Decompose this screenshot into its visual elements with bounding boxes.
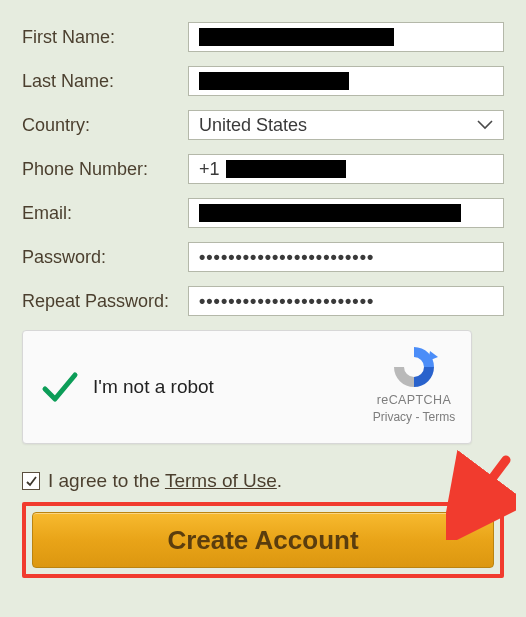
redacted-value <box>199 28 394 46</box>
country-value: United States <box>199 115 307 136</box>
terms-of-use-link[interactable]: Terms of Use <box>165 470 277 491</box>
recaptcha-widget[interactable]: I'm not a robot reCAPTCHA Privacy - Term… <box>22 330 472 444</box>
recaptcha-terms-link[interactable]: Terms <box>423 410 456 424</box>
svg-marker-0 <box>428 351 438 361</box>
redacted-value <box>199 204 461 222</box>
label-phone: Phone Number: <box>22 159 188 180</box>
label-repeat-password: Repeat Password: <box>22 291 188 312</box>
label-email: Email: <box>22 203 188 224</box>
repeat-password-input[interactable]: •••••••••••••••••••••••• <box>188 286 504 316</box>
row-phone: Phone Number: +1 <box>22 154 504 184</box>
agree-text: I agree to the Terms of Use. <box>48 470 282 492</box>
recaptcha-logo-icon <box>390 343 438 391</box>
check-icon <box>25 475 38 488</box>
annotation-highlight: Create Account <box>22 502 504 578</box>
label-last-name: Last Name: <box>22 71 188 92</box>
phone-input[interactable]: +1 <box>188 154 504 184</box>
row-repeat-password: Repeat Password: •••••••••••••••••••••••… <box>22 286 504 316</box>
redacted-value <box>226 160 346 178</box>
recaptcha-brand-text: reCAPTCHA <box>371 393 457 407</box>
email-input[interactable] <box>188 198 504 228</box>
label-password: Password: <box>22 247 188 268</box>
repeat-password-value: •••••••••••••••••••••••• <box>199 291 374 312</box>
recaptcha-checkmark-icon <box>39 367 79 407</box>
password-value: •••••••••••••••••••••••• <box>199 247 374 268</box>
recaptcha-branding: reCAPTCHA Privacy - Terms <box>371 343 457 424</box>
row-first-name: First Name: <box>22 22 504 52</box>
last-name-input[interactable] <box>188 66 504 96</box>
country-select[interactable]: United States <box>188 110 504 140</box>
label-first-name: First Name: <box>22 27 188 48</box>
row-last-name: Last Name: <box>22 66 504 96</box>
phone-prefix: +1 <box>199 159 220 180</box>
recaptcha-label: I'm not a robot <box>93 376 214 398</box>
redacted-value <box>199 72 349 90</box>
agree-row: I agree to the Terms of Use. <box>22 470 504 492</box>
first-name-input[interactable] <box>188 22 504 52</box>
label-country: Country: <box>22 115 188 136</box>
dash: - <box>412 410 422 424</box>
row-password: Password: •••••••••••••••••••••••• <box>22 242 504 272</box>
row-email: Email: <box>22 198 504 228</box>
create-account-button[interactable]: Create Account <box>32 512 494 568</box>
chevron-down-icon <box>477 120 493 130</box>
agree-checkbox[interactable] <box>22 472 40 490</box>
recaptcha-privacy-link[interactable]: Privacy <box>373 410 412 424</box>
password-input[interactable]: •••••••••••••••••••••••• <box>188 242 504 272</box>
row-country: Country: United States <box>22 110 504 140</box>
